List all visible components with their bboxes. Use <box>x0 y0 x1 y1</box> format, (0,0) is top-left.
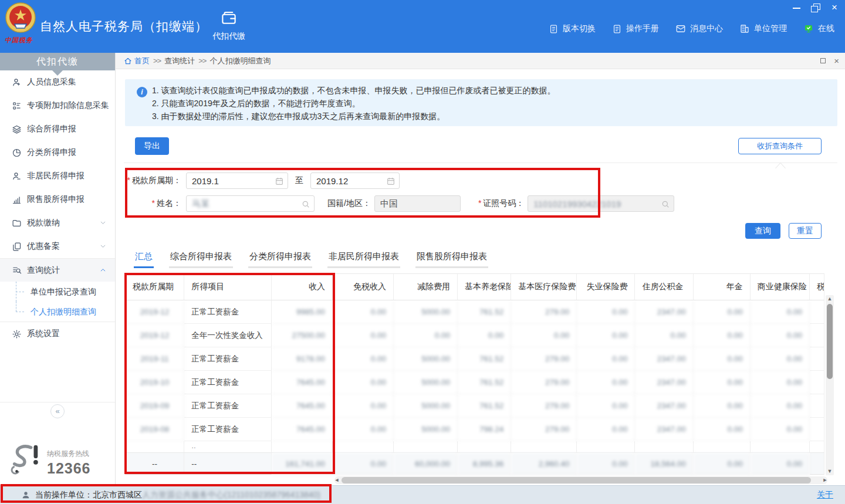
sidebar-item-9[interactable]: 系统设置 <box>0 322 115 346</box>
sidebar-subitem-active[interactable]: 个人扣缴明细查询 <box>0 302 115 322</box>
sidebar-item-8[interactable]: 查询统计 <box>0 258 115 282</box>
table-cell: 0.00 <box>694 394 751 418</box>
nav-item-online[interactable]: 在线 <box>803 23 834 34</box>
sidebar-item-4[interactable]: 非居民所得申报 <box>0 164 115 188</box>
scroll-left-arrow-icon[interactable]: ◄ <box>333 476 340 484</box>
layers-icon <box>12 124 22 134</box>
table-cell: 0.00 <box>577 347 635 371</box>
scroll-down-arrow-icon[interactable]: ▼ <box>826 468 834 475</box>
nav-item-doc[interactable]: 版本切换 <box>549 23 596 34</box>
id-input[interactable]: 110102199304221019 <box>528 195 674 212</box>
pane-maximize-button[interactable] <box>820 58 826 63</box>
pane-close-button[interactable]: × <box>834 57 839 65</box>
chevron-down-icon <box>99 242 107 250</box>
table-cell <box>810 418 824 441</box>
sidebar-item-label: 综合所得申报 <box>27 124 76 134</box>
close-button[interactable]: × <box>830 4 839 12</box>
table-cell: 0.00 <box>577 394 635 418</box>
module-tab-withholding[interactable]: 代扣代缴 <box>204 9 254 47</box>
calendar-icon[interactable] <box>275 177 284 186</box>
nav-item-mail[interactable]: 消息中心 <box>675 23 723 34</box>
sidebar-item-3[interactable]: 分类所得申报 <box>0 141 115 164</box>
minimize-button[interactable] <box>792 4 802 12</box>
wallet-icon <box>220 9 238 27</box>
tab-2[interactable]: 分类所得申报表 <box>248 251 312 268</box>
export-button[interactable]: 导出 <box>135 137 169 155</box>
tab-1[interactable]: 综合所得申报表 <box>169 251 233 268</box>
table-cell: 0.00 <box>577 371 635 394</box>
column-header: 税 <box>810 274 824 300</box>
app-header: 中国税务 自然人电子税务局（扣缴端） 代扣代缴 版本切换操作手册消息中心单位管理… <box>0 0 845 53</box>
period-from-input[interactable]: 2019.1 <box>186 172 288 189</box>
app-window: 中国税务 自然人电子税务局（扣缴端） 代扣代缴 版本切换操作手册消息中心单位管理… <box>0 0 845 504</box>
table-cell: 0.00 <box>458 324 511 347</box>
sidebar-item-2[interactable]: 综合所得申报 <box>0 117 115 141</box>
name-input[interactable]: 马某 <box>186 195 315 212</box>
table-cell: 5000.00 <box>394 300 458 324</box>
reset-button[interactable]: 重置 <box>789 223 822 239</box>
column-header: 商业健康保险 <box>751 274 810 300</box>
search-icon[interactable] <box>661 199 670 209</box>
table-cell: .. <box>184 441 272 453</box>
table-cell: 8,995.36 <box>458 453 511 475</box>
table-cell: 7645.00 <box>272 418 333 441</box>
collapse-query-button[interactable]: 收折查询条件 <box>738 138 822 154</box>
table-row: 2019-09正常工资薪金7645.000.005000.00761.52279… <box>125 394 824 418</box>
vertical-scrollbar[interactable]: ▲ ▼ <box>826 295 834 475</box>
table-cell <box>810 324 824 347</box>
horizontal-scrollbar[interactable]: ◄ ► <box>334 476 827 484</box>
tab-4[interactable]: 限售股所得申报表 <box>415 251 488 268</box>
nav-item-label: 操作手册 <box>626 23 659 34</box>
bar-chart-icon <box>12 195 22 205</box>
emblem-caption: 中国税务 <box>5 36 33 45</box>
table-cell: 2019-11 <box>125 347 184 371</box>
query-form-row-2: 姓名： 马某 国籍/地区： 中国 证照号码： 11010219930422101… <box>125 195 674 212</box>
tab-0[interactable]: 汇总 <box>134 251 154 268</box>
vertical-scrollbar-thumb[interactable] <box>827 304 833 379</box>
table-cell: 2347.00 <box>635 371 693 394</box>
nav-item-org[interactable]: 单位管理 <box>739 23 787 34</box>
table-cell: 0.00 <box>511 324 577 347</box>
sidebar-item-5[interactable]: 限售股所得申报 <box>0 188 115 211</box>
table-cell: 2019-10 <box>125 371 184 394</box>
table-cell: 7645.00 <box>272 371 333 394</box>
restore-button[interactable] <box>811 4 820 12</box>
search-icon[interactable] <box>301 199 310 209</box>
about-link[interactable]: 关于 <box>817 490 833 500</box>
horizontal-scrollbar-thumb[interactable] <box>342 477 811 483</box>
period-to-input[interactable]: 2019.12 <box>310 172 400 189</box>
table-cell: 正常工资薪金 <box>184 394 272 418</box>
nav-item-label: 消息中心 <box>690 23 723 34</box>
nationality-label: 国籍/地区： <box>327 198 371 209</box>
table-cell: 0.00 <box>333 418 394 441</box>
table-cell: 2019-09 <box>125 394 184 418</box>
nationality-input[interactable]: 中国 <box>374 195 461 212</box>
pane-controls: × <box>820 57 839 65</box>
query-button[interactable]: 查询 <box>745 223 780 239</box>
scroll-up-arrow-icon[interactable]: ▲ <box>826 295 834 303</box>
window-controls: × <box>792 4 839 12</box>
app-title: 自然人电子税务局（扣缴端） <box>40 18 208 35</box>
sidebar-item-label: 分类所得申报 <box>27 147 76 158</box>
table-cell <box>810 441 824 453</box>
sidebar-menu: 人员信息采集专项附加扣除信息采集综合所得申报分类所得申报非居民所得申报限售股所得… <box>0 70 115 346</box>
tab-3[interactable]: 非居民所得申报表 <box>327 251 400 268</box>
calendar-icon[interactable] <box>386 177 396 186</box>
table-cell: 正常工资薪金 <box>184 347 272 371</box>
sidebar-item-6[interactable]: 税款缴纳 <box>0 211 115 235</box>
table-cell: 0.00 <box>751 347 810 371</box>
sidebar-subitem[interactable]: 单位申报记录查询 <box>0 282 115 302</box>
nav-item-doc[interactable]: 操作手册 <box>612 23 659 34</box>
id-label: 证照号码： <box>478 198 524 209</box>
sidebar-item-1[interactable]: 专项附加扣除信息采集 <box>0 94 115 117</box>
breadcrumb-home[interactable]: 首页 <box>124 56 150 66</box>
copy-icon <box>12 242 22 252</box>
sidebar-collapse-button[interactable]: « <box>50 404 65 418</box>
result-tabs: 汇总综合所得申报表分类所得申报表非居民所得申报表限售股所得申报表 <box>134 251 488 268</box>
sidebar-item-0[interactable]: 人员信息采集 <box>0 70 115 94</box>
name-value-redacted: 马某 <box>192 198 209 209</box>
scroll-right-arrow-icon[interactable]: ► <box>822 476 829 484</box>
table-cell: 0.00 <box>751 453 810 475</box>
sidebar-item-7[interactable]: 优惠备案 <box>0 235 115 258</box>
current-unit-label: 当前操作单位： <box>35 490 93 500</box>
